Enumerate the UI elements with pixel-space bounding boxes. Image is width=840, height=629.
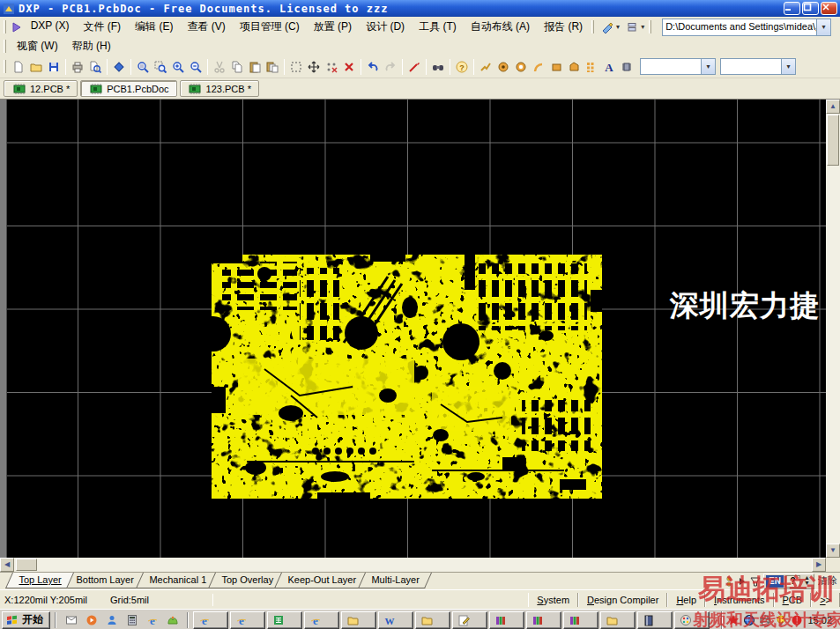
toolbar-button[interactable] bbox=[583, 57, 600, 76]
toolbar-button[interactable] bbox=[228, 57, 246, 76]
menu-item[interactable]: 帮助 (H) bbox=[65, 37, 118, 56]
language-indicator[interactable]: EN bbox=[766, 575, 784, 588]
taskbar-task-button[interactable] bbox=[600, 611, 636, 629]
taskbar-task-button[interactable] bbox=[563, 611, 598, 629]
start-button[interactable]: 开始 bbox=[2, 611, 50, 629]
toolbar-grip[interactable] bbox=[591, 20, 594, 33]
address-dropdown-icon[interactable]: ▾ bbox=[816, 19, 830, 35]
document-tab[interactable]: PCB1.PcbDoc bbox=[80, 80, 176, 97]
quick-launch-button[interactable] bbox=[101, 611, 122, 629]
toolbar-button[interactable] bbox=[530, 57, 547, 76]
toolbar-button[interactable] bbox=[169, 57, 187, 76]
toolbar-button[interactable] bbox=[264, 57, 281, 76]
toolbar-button[interactable] bbox=[305, 57, 323, 76]
menu-item[interactable]: 项目管理 (C) bbox=[233, 18, 307, 36]
toolbar-button[interactable] bbox=[211, 57, 228, 76]
toolbar-button[interactable] bbox=[110, 57, 128, 76]
close-button[interactable] bbox=[821, 2, 837, 15]
quick-launch-button[interactable] bbox=[61, 611, 81, 629]
horizontal-scrollbar[interactable]: ◀ ▶ bbox=[0, 558, 840, 572]
toolbar-grip[interactable] bbox=[4, 60, 6, 73]
document-tab[interactable]: 123.PCB * bbox=[180, 80, 259, 97]
toolbar-button[interactable] bbox=[323, 57, 340, 76]
tool-dropdown-button[interactable]: ▾ bbox=[623, 19, 646, 35]
tool-dropdown-button[interactable]: ▾ bbox=[598, 19, 621, 35]
minimize-button[interactable] bbox=[784, 2, 800, 15]
toolbar-button[interactable] bbox=[477, 57, 494, 76]
scroll-down-button[interactable]: ▼ bbox=[826, 544, 840, 558]
vertical-scroll-thumb[interactable] bbox=[827, 115, 839, 166]
toolbar-grip[interactable] bbox=[649, 20, 651, 33]
language-options-button[interactable]: ▲▼ bbox=[802, 575, 812, 588]
toolbar-button[interactable] bbox=[382, 57, 399, 76]
scroll-up-button[interactable]: ▲ bbox=[826, 100, 840, 114]
combo-dropdown-icon[interactable]: ▾ bbox=[701, 59, 715, 74]
lang-play-icon[interactable] bbox=[736, 575, 748, 588]
toolbar-button[interactable] bbox=[134, 57, 152, 76]
taskbar-task-button[interactable]: e bbox=[193, 611, 228, 629]
menu-item[interactable]: DXP (X) bbox=[24, 18, 77, 36]
toolbar-button[interactable] bbox=[45, 57, 63, 76]
network-blue-icon[interactable] bbox=[742, 613, 755, 626]
language-help-button[interactable]: ? bbox=[785, 575, 800, 588]
quick-launch-button[interactable] bbox=[81, 611, 101, 629]
quick-launch-button[interactable]: e bbox=[142, 611, 162, 629]
toolbar-button[interactable] bbox=[340, 57, 358, 76]
toolbar-button[interactable] bbox=[27, 57, 45, 76]
panel-button[interactable]: Help bbox=[667, 593, 705, 607]
quick-launch-button[interactable] bbox=[162, 611, 182, 629]
taskbar-task-button[interactable] bbox=[637, 611, 673, 629]
toolbar-button[interactable] bbox=[246, 57, 264, 76]
toolbar-button[interactable] bbox=[512, 57, 530, 76]
taskbar-task-button[interactable]: e bbox=[304, 611, 339, 629]
vertical-scrollbar[interactable]: ▲ ▼ bbox=[826, 100, 840, 558]
taskbar-task-button[interactable]: e bbox=[230, 611, 265, 629]
taskbar-task-button[interactable] bbox=[674, 611, 710, 629]
bulb-icon[interactable] bbox=[774, 613, 787, 626]
menu-item[interactable]: 查看 (V) bbox=[180, 18, 232, 36]
pcb-canvas[interactable]: 深圳宏力捷 bbox=[7, 100, 826, 558]
panel-button[interactable]: System bbox=[528, 593, 578, 607]
menu-item[interactable]: 编辑 (E) bbox=[128, 18, 180, 36]
horizontal-scroll-thumb[interactable] bbox=[16, 559, 37, 571]
toolbar-button[interactable] bbox=[565, 57, 583, 76]
toolbar-button[interactable] bbox=[69, 57, 86, 76]
toolbar-grip[interactable] bbox=[4, 20, 6, 33]
quick-launch-button[interactable] bbox=[122, 611, 142, 629]
menu-item[interactable]: 设计 (D) bbox=[359, 18, 412, 36]
layer-tab[interactable]: Mechanical 1 bbox=[136, 573, 219, 588]
scroll-right-button[interactable]: ▶ bbox=[812, 558, 826, 572]
panel-button[interactable]: >> bbox=[811, 593, 840, 607]
menu-item[interactable]: 工具 (T) bbox=[412, 18, 464, 36]
taskbar-task-button[interactable]: W bbox=[378, 611, 413, 629]
toolbar-button[interactable]: A bbox=[600, 57, 618, 76]
panel-edge-strip[interactable] bbox=[0, 100, 7, 558]
layer-tab[interactable]: Top Layer bbox=[5, 573, 74, 588]
lang-funnel-icon[interactable] bbox=[749, 575, 762, 588]
toolbar-button[interactable] bbox=[187, 57, 204, 76]
toolbar-grip[interactable] bbox=[4, 40, 6, 53]
toolbar-button[interactable] bbox=[547, 57, 565, 76]
toolbar-button[interactable] bbox=[429, 57, 447, 76]
toolbar-button[interactable] bbox=[287, 57, 305, 76]
layer-tab[interactable]: Keep-Out Layer bbox=[274, 573, 369, 588]
panel-button[interactable]: PCB bbox=[774, 593, 812, 607]
combo-dropdown-icon[interactable]: ▾ bbox=[781, 59, 795, 74]
taskbar-task-button[interactable] bbox=[267, 611, 302, 629]
layer-tab[interactable]: Bottom Layer bbox=[63, 573, 146, 588]
toolbar-button[interactable] bbox=[10, 57, 27, 76]
net-combo[interactable]: ▾ bbox=[720, 58, 796, 75]
clear-button[interactable]: 清除 bbox=[816, 574, 839, 588]
alert-red-icon[interactable] bbox=[790, 613, 803, 626]
taskbar-task-button[interactable] bbox=[452, 611, 487, 629]
toolbar-button[interactable] bbox=[494, 57, 512, 76]
address-combo[interactable]: D:\Documents and Settings\midea\桌面 ▾ bbox=[662, 18, 831, 36]
panel-button[interactable]: Instruments bbox=[705, 593, 773, 607]
toolbar-button[interactable]: ? bbox=[453, 57, 471, 76]
taskbar-task-button[interactable] bbox=[341, 611, 376, 629]
menu-item[interactable]: 视窗 (W) bbox=[10, 37, 65, 56]
scroll-left-button[interactable]: ◀ bbox=[0, 558, 14, 572]
lang-dots-icon[interactable] bbox=[723, 575, 735, 588]
maximize-button[interactable] bbox=[802, 2, 819, 15]
toolbar-button[interactable] bbox=[86, 57, 104, 76]
